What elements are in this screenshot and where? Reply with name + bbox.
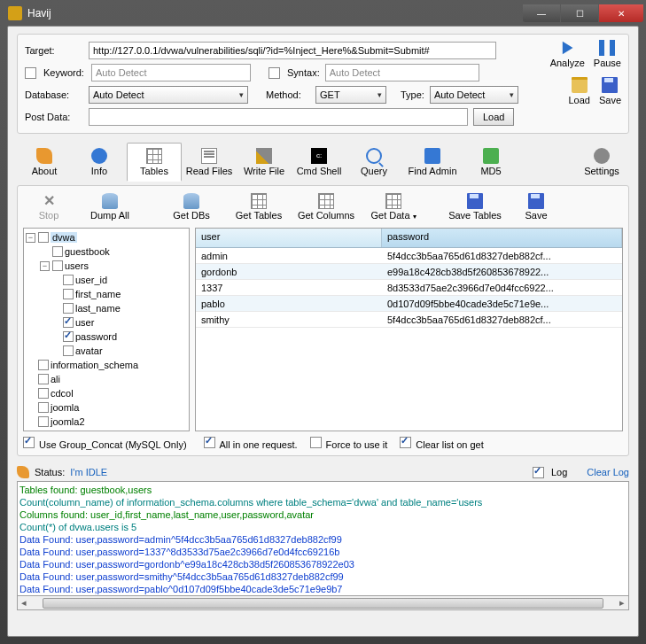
log-line: Tables found: guestbook,users [19,484,627,496]
target-input[interactable] [89,42,496,59]
log-checkbox-label: Log [551,467,567,477]
cell-user: gordonb [196,267,382,277]
floppy-icon [602,77,618,93]
clearlist-checkbox[interactable] [400,437,411,448]
allinone-checkbox[interactable] [204,437,215,448]
stop-icon: ✕ [41,193,57,209]
tab-query[interactable]: Query [346,143,401,182]
postdata-load-button[interactable]: Load [473,108,514,126]
tree-checkbox[interactable] [38,416,49,427]
clear-log-link[interactable]: Clear Log [587,467,629,477]
tree-col-password[interactable]: password [75,331,117,342]
tree-col-userid[interactable]: user_id [75,275,107,285]
tab-cmd-shell[interactable]: c:Cmd Shell [292,143,346,182]
tree-db-dvwa[interactable]: dvwa [51,232,77,243]
method-select[interactable]: GET [315,86,386,104]
log-checkbox[interactable] [533,467,544,478]
syntax-label: Syntax: [287,67,320,78]
load-button[interactable]: Load [568,77,589,105]
log-line: Data Found: user,password=gordonb^e99a18… [19,558,627,570]
tree-collapse-icon[interactable]: − [40,261,50,271]
tree-checkbox[interactable] [38,388,49,399]
get-dbs-button[interactable]: Get DBs [160,191,223,222]
tree-checkbox[interactable] [63,289,74,299]
database-select[interactable]: Auto Detect [89,86,248,104]
tree-db-joomla[interactable]: joomla [51,402,79,413]
pause-button[interactable]: Pause [594,40,621,68]
tree-col-lastname[interactable]: last_name [75,303,121,314]
tree-checkbox[interactable] [63,303,74,314]
table-row[interactable]: smithy5f4dcc3b5aa765d61d8327deb882cf... [196,312,622,328]
log-line: Columns found: user_id,first_name,last_n… [19,508,627,521]
tab-info[interactable]: Info [72,143,127,182]
tree-col-user[interactable]: user [75,317,94,328]
tree-checkbox[interactable] [63,331,74,342]
tree-checkbox[interactable] [63,275,74,285]
force-checkbox[interactable] [310,437,322,448]
keyword-checkbox[interactable] [25,67,36,79]
cell-user: 1337 [196,283,382,293]
syntax-checkbox[interactable] [269,67,280,79]
close-button[interactable]: ✕ [599,4,643,22]
keyword-label: Keyword: [43,67,86,78]
groupconcat-checkbox[interactable] [23,437,35,448]
get-data-button[interactable]: Get Data [362,191,425,222]
keyword-input[interactable] [91,64,251,81]
minimize-button[interactable]: — [523,4,560,22]
tree-checkbox[interactable] [63,317,74,328]
postdata-input[interactable] [89,108,468,126]
findadmin-icon [424,148,440,164]
tree-db-joomla2[interactable]: joomla2 [51,416,85,427]
tab-find-admin[interactable]: Find Admin [401,143,463,182]
tree-table-users[interactable]: users [65,260,89,271]
tree-col-firstname[interactable]: first_name [75,289,121,299]
tree-checkbox[interactable] [38,402,49,413]
save-button[interactable]: Save [599,77,621,105]
dump-all-button[interactable]: Dump All [78,191,142,222]
tab-about[interactable]: About [17,143,72,182]
maximize-button[interactable]: ☐ [561,4,598,22]
save-tables-button[interactable]: Save Tables [443,191,507,222]
grid-header-password[interactable]: password [382,229,622,247]
tab-tables[interactable]: Tables [127,143,182,182]
save-sub-button[interactable]: Save [510,191,562,222]
table-row[interactable]: 13378d3533d75ae2c3966d7e0d4fcc6922... [196,280,622,296]
get-columns-button[interactable]: Get Columns [294,191,358,222]
tree-db-cdcol[interactable]: cdcol [51,388,74,399]
app-icon [8,6,22,20]
tab-write-file[interactable]: Write File [237,143,292,182]
pause-label: Pause [594,58,621,68]
analyze-button[interactable]: Analyze [550,40,585,68]
table-row[interactable]: admin5f4dcc3b5aa765d61d8327deb882cf... [196,248,622,264]
log-output[interactable]: Tables found: guestbook,usersCount(colum… [17,481,629,596]
grid-header-user[interactable]: user [196,229,382,247]
table-row[interactable]: gordonbe99a18c428cb38d5f260853678922... [196,264,622,280]
syntax-input[interactable] [325,64,479,81]
tree-checkbox[interactable] [38,374,49,384]
type-select[interactable]: Auto Detect [430,86,518,104]
tree-checkbox[interactable] [38,360,49,370]
tree-table-guestbook[interactable]: guestbook [65,246,110,257]
scroll-thumb[interactable] [43,598,603,609]
data-grid[interactable]: user password admin5f4dcc3b5aa765d61d832… [195,228,623,431]
tree-db-ali[interactable]: ali [51,374,60,384]
log-line: Data Found: user,password=1337^8d3533d75… [19,546,627,558]
tables-icon [146,148,162,164]
tab-read-files[interactable]: Read Files [182,143,237,182]
tree-db-checkbox[interactable] [38,232,49,243]
stop-button[interactable]: ✕Stop [23,191,74,222]
tree-checkbox[interactable] [52,246,63,257]
tab-settings[interactable]: Settings [574,143,629,182]
tree-checkbox[interactable] [63,345,74,356]
tree-collapse-icon[interactable]: − [26,233,35,243]
get-tables-button[interactable]: Get Tables [227,191,291,222]
db-tree[interactable]: −dvwa guestbook −users user_id first_nam… [23,228,190,431]
horizontal-scrollbar[interactable]: ◂ ▸ [17,596,629,610]
tree-checkbox[interactable] [52,260,63,271]
table-row[interactable]: pablo0d107d09f5bbe40cade3de5c71e9e... [196,296,622,312]
query-icon [366,148,382,164]
tab-md5[interactable]: MD5 [463,143,518,182]
titlebar[interactable]: Havij — ☐ ✕ [1,1,645,26]
tree-col-avatar[interactable]: avatar [75,345,103,356]
tree-db-infoschema[interactable]: information_schema [51,360,138,370]
